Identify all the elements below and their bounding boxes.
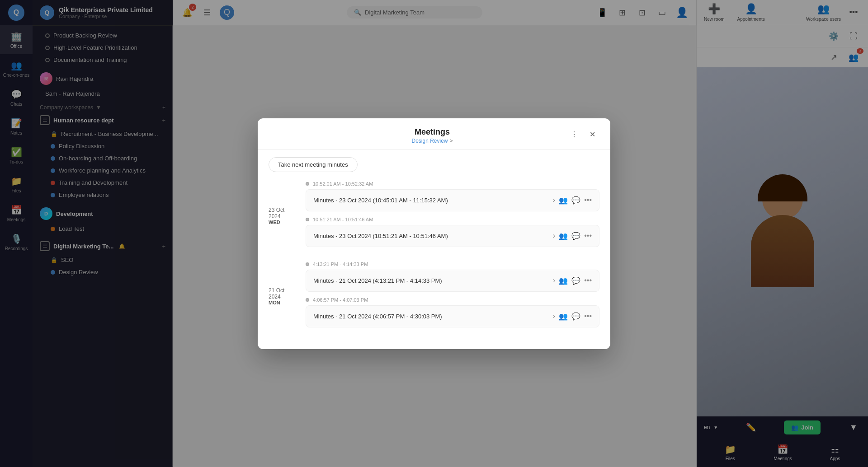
- entry-more-0-1[interactable]: •••: [584, 232, 592, 240]
- entry-chat-1-0[interactable]: 💬: [571, 276, 580, 285]
- entry-chat-0-0[interactable]: 💬: [571, 196, 580, 205]
- entry-chevron-1-1[interactable]: ›: [553, 312, 555, 320]
- entry-more-1-1[interactable]: •••: [584, 312, 592, 320]
- entry-chevron-0-1[interactable]: ›: [553, 232, 555, 240]
- modal-header: Meetings Design Review > ⋮ ✕: [258, 118, 610, 150]
- meeting-entry-1-0[interactable]: Minutes - 21 Oct 2024 (4:13:21 PM - 4:14…: [306, 270, 599, 292]
- time-label-1-1: 4:06:57 PM - 4:07:03 PM: [306, 297, 599, 303]
- date-section-0: 23 Oct 2024 WED 10:52:01 AM - 10:52:32 A…: [269, 181, 599, 251]
- timeline-dot-1-0: [306, 262, 309, 266]
- time-label-1-0: 4:13:21 PM - 4:14:33 PM: [306, 262, 599, 267]
- modal-body: Take next meeting minutes 23 Oct 2024 WE…: [258, 150, 610, 349]
- modal-subtitle-link[interactable]: Design Review: [411, 138, 448, 144]
- entry-participants-1-1[interactable]: 👥: [559, 312, 568, 321]
- modal-subtitle: Design Review >: [297, 138, 567, 144]
- entry-more-0-0[interactable]: •••: [584, 196, 592, 204]
- entry-more-1-0[interactable]: •••: [584, 276, 592, 285]
- take-minutes-btn[interactable]: Take next meeting minutes: [269, 157, 358, 172]
- meeting-entry-0-0[interactable]: Minutes - 23 Oct 2024 (10:45:01 AM - 11:…: [306, 189, 599, 211]
- modal-title: Meetings: [297, 127, 567, 137]
- modal-overlay[interactable]: Meetings Design Review > ⋮ ✕ Take next m…: [0, 0, 868, 467]
- date-header-0: 23 Oct 2024 WED 10:52:01 AM - 10:52:32 A…: [269, 181, 599, 251]
- date-block-1: 21 Oct 2024 MON: [269, 287, 300, 305]
- timeline-dot-1-1: [306, 298, 309, 302]
- time-label-0-0: 10:52:01 AM - 10:52:32 AM: [306, 181, 599, 187]
- meetings-modal: Meetings Design Review > ⋮ ✕ Take next m…: [258, 118, 610, 349]
- date-header-1: 21 Oct 2024 MON 4:13:21 PM - 4:14:33 PM: [269, 262, 599, 331]
- entry-chevron-0-0[interactable]: ›: [553, 196, 555, 204]
- modal-header-actions: ⋮ ✕: [567, 127, 599, 142]
- timeline-dot-0-0: [306, 182, 309, 186]
- timeline-dot-0-1: [306, 218, 309, 221]
- modal-title-area: Meetings Design Review >: [297, 127, 567, 144]
- meeting-entry-1-1[interactable]: Minutes - 21 Oct 2024 (4:06:57 PM - 4:30…: [306, 305, 599, 327]
- entry-participants-0-1[interactable]: 👥: [559, 232, 568, 240]
- entry-chat-0-1[interactable]: 💬: [571, 232, 580, 240]
- modal-more-btn[interactable]: ⋮: [567, 127, 581, 142]
- date-section-1: 21 Oct 2024 MON 4:13:21 PM - 4:14:33 PM: [269, 262, 599, 331]
- date-block-0: 23 Oct 2024 WED: [269, 207, 300, 225]
- time-label-0-1: 10:51:21 AM - 10:51:46 AM: [306, 217, 599, 222]
- meeting-entry-0-1[interactable]: Minutes - 23 Oct 2024 (10:51:21 AM - 10:…: [306, 225, 599, 247]
- entry-participants-0-0[interactable]: 👥: [559, 196, 568, 205]
- entry-chat-1-1[interactable]: 💬: [571, 312, 580, 321]
- entry-participants-1-0[interactable]: 👥: [559, 276, 568, 285]
- modal-close-btn[interactable]: ✕: [585, 127, 599, 142]
- entry-chevron-1-0[interactable]: ›: [553, 276, 555, 285]
